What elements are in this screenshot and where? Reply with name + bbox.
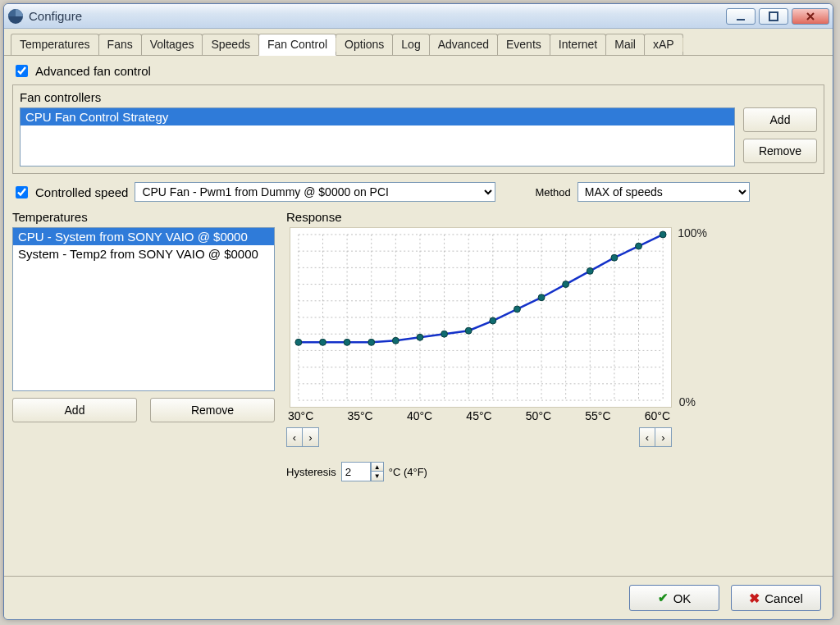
app-icon bbox=[7, 8, 24, 25]
svg-point-37 bbox=[465, 327, 472, 334]
svg-point-43 bbox=[611, 254, 618, 261]
tab-speeds[interactable]: Speeds bbox=[202, 34, 258, 55]
chart-y-bottom-label: 0% bbox=[679, 395, 696, 408]
tab-fans[interactable]: Fans bbox=[98, 34, 142, 55]
minimize-button[interactable] bbox=[726, 8, 756, 25]
temperatures-list[interactable]: CPU - System from SONY VAIO @ $0000Syste… bbox=[12, 227, 275, 391]
response-title: Response bbox=[286, 210, 824, 224]
temperatures-title: Temperatures bbox=[12, 210, 275, 224]
tab-options[interactable]: Options bbox=[336, 34, 393, 55]
chart-x-tick: 50°C bbox=[526, 409, 551, 422]
tab-xap[interactable]: xAP bbox=[644, 34, 683, 55]
fan-controllers-list[interactable]: CPU Fan Control Strategy bbox=[20, 107, 735, 167]
svg-point-35 bbox=[417, 334, 423, 340]
tab-internet[interactable]: Internet bbox=[550, 34, 606, 55]
ok-label: OK bbox=[673, 591, 692, 605]
tab-temperatures[interactable]: Temperatures bbox=[11, 34, 99, 55]
x-range-left-inc[interactable]: › bbox=[303, 427, 319, 447]
hysteresis-input[interactable] bbox=[341, 462, 371, 481]
temperatures-add-button[interactable]: Add bbox=[12, 398, 137, 422]
svg-point-31 bbox=[320, 339, 326, 345]
cancel-button[interactable]: ✖ Cancel bbox=[731, 585, 821, 611]
x-range-right-dec[interactable]: ‹ bbox=[639, 427, 655, 447]
window-title: Configure bbox=[29, 9, 726, 23]
advanced-fan-control-checkbox[interactable]: Advanced fan control bbox=[12, 62, 824, 80]
advanced-fan-control-label: Advanced fan control bbox=[35, 64, 151, 78]
response-chart[interactable]: 100% 0% bbox=[290, 227, 672, 408]
chart-x-tick: 60°C bbox=[645, 409, 670, 422]
tab-mail[interactable]: Mail bbox=[605, 34, 645, 55]
tab-log[interactable]: Log bbox=[392, 34, 429, 55]
titlebar: Configure bbox=[4, 4, 833, 29]
tab-strip: TemperaturesFansVoltagesSpeedsFan Contro… bbox=[4, 29, 833, 56]
hysteresis-label: Hysteresis bbox=[286, 466, 336, 478]
svg-point-44 bbox=[636, 243, 642, 249]
cancel-label: Cancel bbox=[765, 591, 803, 605]
svg-point-34 bbox=[392, 337, 399, 344]
tab-fan-control[interactable]: Fan Control bbox=[258, 34, 336, 56]
chart-x-tick: 45°C bbox=[466, 409, 491, 422]
svg-point-41 bbox=[563, 281, 569, 288]
chart-x-tick: 40°C bbox=[407, 409, 432, 422]
svg-point-40 bbox=[538, 294, 545, 301]
hysteresis-unit: °C (4°F) bbox=[389, 466, 427, 478]
tab-events[interactable]: Events bbox=[497, 34, 550, 55]
advanced-fan-control-input[interactable] bbox=[16, 65, 28, 77]
hysteresis-spinner[interactable]: ▲ ▼ bbox=[341, 462, 384, 481]
svg-rect-1 bbox=[737, 19, 745, 21]
method-select[interactable]: MAX of speeds bbox=[578, 182, 750, 202]
svg-rect-2 bbox=[769, 12, 778, 21]
x-range-left-dec[interactable]: ‹ bbox=[286, 427, 303, 447]
svg-point-32 bbox=[344, 339, 350, 345]
chart-x-tick: 35°C bbox=[347, 409, 372, 422]
fan-controllers-remove-button[interactable]: Remove bbox=[743, 139, 817, 163]
controlled-speed-input[interactable] bbox=[16, 186, 28, 198]
ok-button[interactable]: ✔ OK bbox=[629, 585, 719, 611]
tab-advanced[interactable]: Advanced bbox=[429, 34, 498, 55]
chart-y-top-label: 100% bbox=[678, 226, 707, 240]
check-icon: ✔ bbox=[658, 591, 669, 605]
list-item[interactable]: CPU Fan Control Strategy bbox=[21, 108, 734, 125]
method-label: Method bbox=[535, 186, 570, 198]
fan-controllers-title: Fan controllers bbox=[20, 90, 817, 104]
svg-point-38 bbox=[490, 317, 496, 324]
controlled-speed-checkbox[interactable]: Controlled speed bbox=[12, 184, 128, 201]
chart-x-labels: 30°C35°C40°C45°C50°C55°C60°C bbox=[286, 409, 672, 422]
tab-voltages[interactable]: Voltages bbox=[141, 34, 203, 55]
hysteresis-down[interactable]: ▼ bbox=[371, 472, 384, 481]
controlled-speed-label: Controlled speed bbox=[35, 185, 128, 199]
fan-controllers-add-button[interactable]: Add bbox=[743, 107, 817, 132]
svg-point-39 bbox=[514, 306, 520, 312]
list-item[interactable]: CPU - System from SONY VAIO @ $0000 bbox=[13, 228, 274, 245]
svg-point-45 bbox=[660, 231, 666, 238]
hysteresis-up[interactable]: ▲ bbox=[371, 462, 384, 472]
controlled-speed-select[interactable]: CPU Fan - Pwm1 from Dummy @ $0000 on PCI bbox=[135, 182, 495, 202]
list-item[interactable]: System - Temp2 from SONY VAIO @ $0000 bbox=[13, 245, 274, 262]
temperatures-remove-button[interactable]: Remove bbox=[150, 398, 275, 422]
cross-icon: ✖ bbox=[749, 591, 760, 606]
chart-x-tick: 55°C bbox=[585, 409, 610, 422]
chart-x-tick: 30°C bbox=[288, 409, 313, 422]
x-range-right-inc[interactable]: › bbox=[655, 427, 672, 447]
close-button[interactable] bbox=[792, 8, 829, 25]
maximize-button[interactable] bbox=[759, 8, 788, 25]
svg-point-33 bbox=[368, 339, 375, 345]
svg-point-42 bbox=[587, 267, 593, 274]
svg-point-30 bbox=[295, 339, 302, 345]
svg-point-36 bbox=[441, 331, 448, 337]
